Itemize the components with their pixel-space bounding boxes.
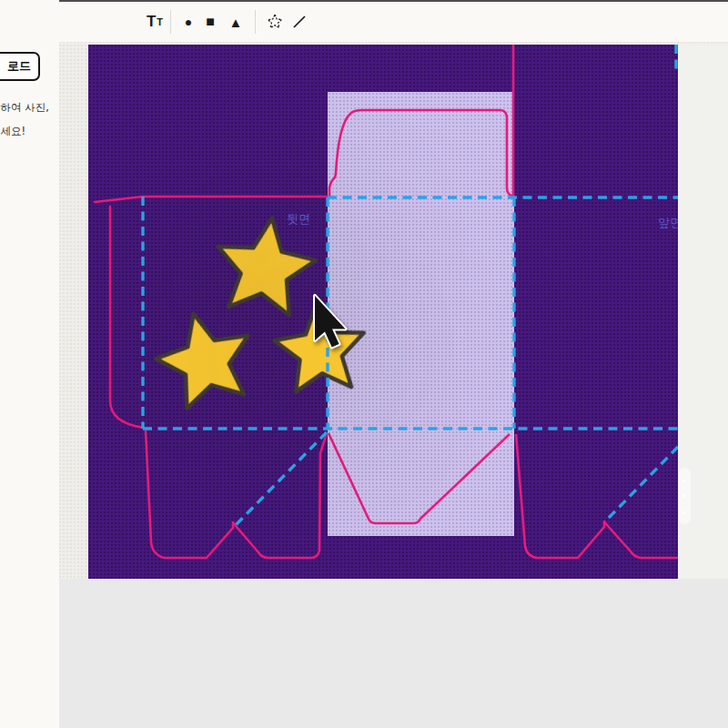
- chevron-right-icon: ▸: [682, 477, 686, 484]
- fold-lines: [143, 45, 678, 525]
- front-panel-label: 앞면: [658, 215, 678, 231]
- line-icon: [291, 14, 308, 30]
- dieline-drawing: [88, 45, 678, 579]
- dashed-star-icon: [266, 13, 284, 31]
- tuck-flap-outline: [329, 110, 511, 196]
- sidebar-hint-text: 릭하여 사진,: [0, 101, 63, 115]
- canvas-bottom-gutter: [59, 579, 728, 728]
- glue-flap-top-edge: [95, 197, 143, 202]
- star-tool-button[interactable]: [261, 7, 288, 36]
- triangle-icon: ▲: [229, 15, 243, 30]
- canvas-scroll-handle[interactable]: ▸ ▸ ▸: [679, 468, 691, 524]
- star-stickers: [147, 211, 369, 413]
- fold-line-right-diagonal: [607, 447, 678, 520]
- chevron-right-icon: ▸: [682, 509, 686, 516]
- text-tool-icon: T: [147, 13, 156, 31]
- line-tool-button[interactable]: [287, 7, 312, 36]
- toolbar: TT ● ■ ▲: [59, 2, 728, 42]
- star-sticker[interactable]: [147, 302, 262, 413]
- toolbar-separator: [170, 10, 171, 34]
- app-window: TT ● ■ ▲ 로드 릭하여 사진, 보세요!: [0, 0, 728, 728]
- square-tool-button[interactable]: ■: [197, 7, 223, 36]
- bottom-middle-flap-outline: [329, 433, 510, 523]
- sidebar-hint-text: 보세요!: [0, 125, 63, 138]
- cut-lines: [95, 45, 678, 558]
- bottom-left-flap-outline: [146, 430, 327, 558]
- bottom-right-flap-outline: [516, 434, 678, 558]
- upload-button[interactable]: 로드: [0, 52, 40, 81]
- chevron-right-icon: ▸: [682, 492, 686, 500]
- text-tool-button[interactable]: TT: [139, 7, 170, 36]
- square-icon: ■: [206, 14, 215, 30]
- fold-line-left-diagonal: [236, 432, 327, 525]
- glue-flap-left-edge: [110, 207, 144, 428]
- triangle-tool-button[interactable]: ▲: [223, 7, 248, 36]
- circle-icon: ●: [185, 15, 192, 29]
- design-canvas[interactable]: 뒷면 앞면: [88, 45, 678, 579]
- toolbar-separator: [255, 10, 256, 34]
- back-panel-label: 뒷면: [287, 211, 310, 228]
